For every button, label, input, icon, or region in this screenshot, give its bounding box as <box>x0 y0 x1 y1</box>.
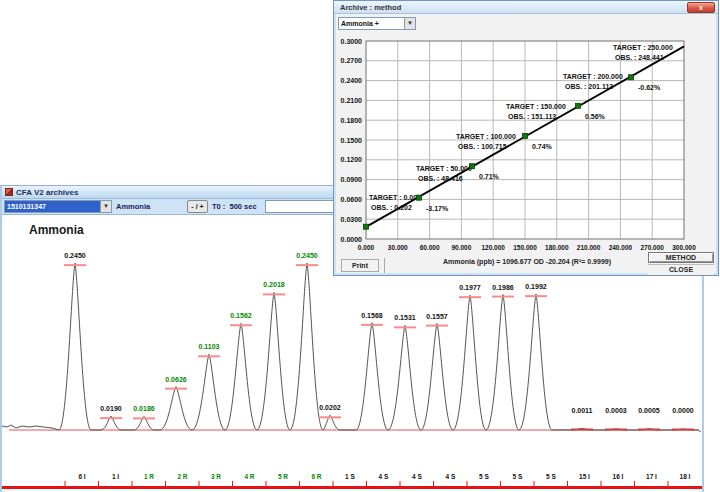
calibration-point <box>523 133 528 138</box>
method-select[interactable]: Ammonia + ▼ <box>338 17 416 30</box>
deviation-label: 0.74% <box>532 143 553 150</box>
time-axis-label: 5 R <box>278 473 288 480</box>
calibration-point <box>576 103 581 108</box>
obs-label: OBS. : 201.113 <box>565 83 613 90</box>
time-axis-label: 1 S <box>345 473 355 480</box>
y-axis-label: 0.0900 <box>341 176 363 183</box>
x-axis-label: 120.000 <box>481 244 505 251</box>
target-label: TARGET : 50.000 <box>416 165 472 172</box>
deviation-label: 0.56% <box>585 113 606 120</box>
x-axis-label: 90.000 <box>451 244 471 251</box>
peak-label: 0.1562 <box>230 312 252 319</box>
x-axis-label: 150.000 <box>513 244 537 251</box>
peak-label: 0.1977 <box>459 284 481 291</box>
method-button[interactable]: METHOD <box>648 252 714 263</box>
y-axis-label: 0.2400 <box>341 77 363 84</box>
peak-label: 0.0190 <box>100 405 122 412</box>
x-axis-label: 0.000 <box>358 244 375 251</box>
peak-label: 0.1103 <box>198 343 219 350</box>
toolbar-input[interactable] <box>265 200 335 213</box>
calibration-point <box>417 195 422 200</box>
method-select-value: Ammonia + <box>339 18 404 29</box>
time-axis-label: 4 R <box>244 473 254 480</box>
y-axis-label: 0.2100 <box>341 97 363 104</box>
obs-label: OBS. : 48.416 <box>418 175 463 182</box>
target-label: TARGET : 100.000 <box>456 133 516 140</box>
peak-label: 0.0005 <box>638 407 660 414</box>
peak-label: 0.0202 <box>319 404 341 411</box>
y-axis-label: 0.1200 <box>341 156 363 163</box>
peak-label: 0.0003 <box>605 407 627 414</box>
time-axis-label: 2 R <box>177 473 187 480</box>
target-label: TARGET : 150.000 <box>506 103 566 110</box>
x-axis-label: 60.000 <box>420 244 440 251</box>
obs-label: OBS. : 151.113 <box>508 113 556 120</box>
peak-label: 0.0626 <box>165 376 187 383</box>
archive-select[interactable]: 1510131347 ▼ <box>4 200 112 213</box>
window-title: CFA V2 archives <box>16 188 78 197</box>
time-axis-label: 4 S <box>412 473 422 480</box>
peak-label: 0.0186 <box>133 405 155 412</box>
deviation-label: -0.62% <box>638 84 661 91</box>
dialog-titlebar[interactable]: Archive : method <box>334 1 718 14</box>
chevron-down-icon[interactable]: ▼ <box>404 18 415 29</box>
x-axis-label: 270.000 <box>640 244 664 251</box>
calibration-plot: 0.30000.27000.24000.21000.18000.15000.12… <box>334 31 720 257</box>
calibration-point <box>364 224 369 229</box>
time-axis-label: 1 R <box>144 473 154 480</box>
close-button[interactable]: CLOSE <box>648 264 714 275</box>
deviation-label: -3.17% <box>426 205 449 212</box>
time-axis-label: 16 I <box>613 473 624 480</box>
y-axis-label: 0.0600 <box>341 196 363 203</box>
obs-label: OBS. : 248.441 <box>615 54 664 61</box>
peak-label: 0.1986 <box>492 284 514 291</box>
time-axis-label: 18 I <box>680 473 691 480</box>
time-axis-label: 4 S <box>379 473 389 480</box>
t0-label: T0 : 500 sec <box>212 202 257 211</box>
target-label: TARGET : 200.000 <box>563 73 623 80</box>
y-axis-label: 0.3000 <box>341 38 363 45</box>
y-axis-label: 0.1500 <box>341 137 363 144</box>
statusbar-divider <box>384 258 385 273</box>
time-axis-label: 1 I <box>112 473 119 480</box>
peak-label: 0.2450 <box>64 252 86 259</box>
time-axis-label: 6 R <box>311 473 321 480</box>
calibration-point <box>470 164 475 169</box>
y-axis-label: 0.2700 <box>341 57 363 64</box>
time-axis-label: 15 I <box>579 473 590 480</box>
app-icon <box>5 188 13 196</box>
time-axis-label: 3 R <box>211 473 221 480</box>
y-axis-label: 0.0000 <box>341 236 363 243</box>
time-axis-line <box>2 486 702 489</box>
x-axis-label: 180.000 <box>545 244 569 251</box>
deviation-label: 0.71% <box>479 173 500 180</box>
time-axis-label: 5 S <box>546 473 556 480</box>
calibration-equation: Ammonia (ppb) = 1096.677 OD -20.204 (R²=… <box>389 258 665 265</box>
chevron-down-icon[interactable]: ▼ <box>100 201 111 212</box>
channel-label: Ammonia <box>116 202 150 211</box>
peak-label: 0.0011 <box>571 407 592 414</box>
screen: CFA V2 archives 1510131347 ▼ Ammonia - /… <box>0 0 720 492</box>
scale-toggle-button[interactable]: - / + <box>187 200 208 213</box>
close-icon[interactable]: x <box>687 2 715 13</box>
time-axis-label: 6 I <box>78 473 85 480</box>
x-axis-label: 210.000 <box>577 244 601 251</box>
archive-method-dialog: Archive : method x Ammonia + ▼ 0.30000.2… <box>333 0 719 276</box>
archive-select-value: 1510131347 <box>5 201 100 212</box>
peak-label: 0.2018 <box>263 281 285 288</box>
peak-label: 0.1568 <box>361 312 383 319</box>
y-axis-label: 0.0300 <box>341 216 363 223</box>
calibration-point <box>629 75 634 80</box>
time-axis-label: 5 S <box>513 473 523 480</box>
peak-label: 0.1531 <box>394 314 416 321</box>
print-button[interactable]: Print <box>341 259 379 272</box>
y-axis-label: 0.1800 <box>341 117 363 124</box>
x-axis-label: 240.000 <box>609 244 633 251</box>
x-axis-label: 300.000 <box>672 244 696 251</box>
x-axis-label: 30.000 <box>388 244 408 251</box>
time-axis-label: 17 I <box>646 473 657 480</box>
target-label: TARGET : 0.000 <box>369 194 421 201</box>
time-axis-label: 4 S <box>446 473 456 480</box>
peak-label: 0.0000 <box>672 407 694 414</box>
time-axis-label: 5 S <box>479 473 489 480</box>
